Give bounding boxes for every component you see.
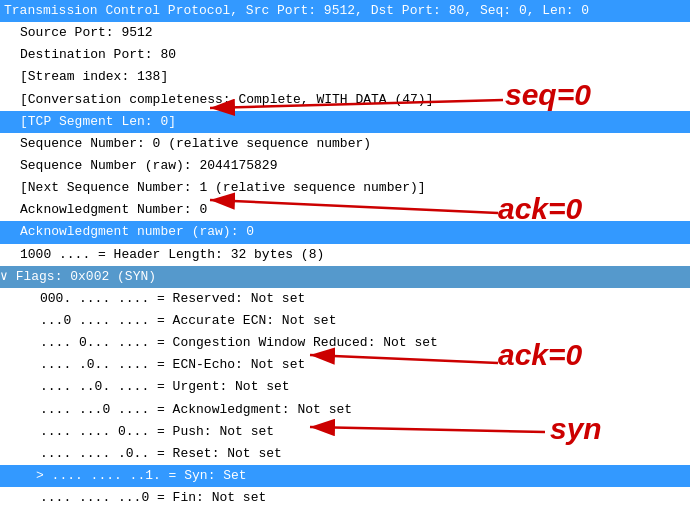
packet-row-ack-num-raw: Acknowledgment number (raw): 0 xyxy=(0,221,690,243)
packet-row-acknowledgment-flag: .... ...0 .... = Acknowledgment: Not set xyxy=(0,399,690,421)
packet-row-accurate-ecn: ...0 .... .... = Accurate ECN: Not set xyxy=(0,310,690,332)
packet-row-syn-flag: > .... .... ..1. = Syn: Set xyxy=(0,465,690,487)
packet-row-conv-completeness: [Conversation completeness: Complete, WI… xyxy=(0,89,690,111)
packet-row-tcp-seg-len: [TCP Segment Len: 0] xyxy=(0,111,690,133)
packet-row-push: .... .... 0... = Push: Not set xyxy=(0,421,690,443)
packet-row-src-port: Source Port: 9512 xyxy=(0,22,690,44)
packet-row-ecn-echo: .... .0.. .... = ECN-Echo: Not set xyxy=(0,354,690,376)
packet-row-flags: ∨ Flags: 0x002 (SYN) xyxy=(0,266,690,288)
packet-detail: Transmission Control Protocol, Src Port:… xyxy=(0,0,690,511)
rows-container: Transmission Control Protocol, Src Port:… xyxy=(0,0,690,511)
packet-row-next-seq: [Next Sequence Number: 1 (relative seque… xyxy=(0,177,690,199)
packet-row-reset: .... .... .0.. = Reset: Not set xyxy=(0,443,690,465)
packet-row-seq-num-raw: Sequence Number (raw): 2044175829 xyxy=(0,155,690,177)
packet-row-tcp-header: Transmission Control Protocol, Src Port:… xyxy=(0,0,690,22)
packet-row-reserved: 000. .... .... = Reserved: Not set xyxy=(0,288,690,310)
packet-row-stream-index: [Stream index: 138] xyxy=(0,66,690,88)
packet-row-ack-num: Acknowledgment Number: 0 xyxy=(0,199,690,221)
packet-row-urgent: .... ..0. .... = Urgent: Not set xyxy=(0,376,690,398)
packet-row-cwr: .... 0... .... = Congestion Window Reduc… xyxy=(0,332,690,354)
packet-row-fin: .... .... ...0 = Fin: Not set xyxy=(0,487,690,509)
packet-row-header-len: 1000 .... = Header Length: 32 bytes (8) xyxy=(0,244,690,266)
packet-row-seq-num: Sequence Number: 0 (relative sequence nu… xyxy=(0,133,690,155)
packet-row-dst-port: Destination Port: 80 xyxy=(0,44,690,66)
